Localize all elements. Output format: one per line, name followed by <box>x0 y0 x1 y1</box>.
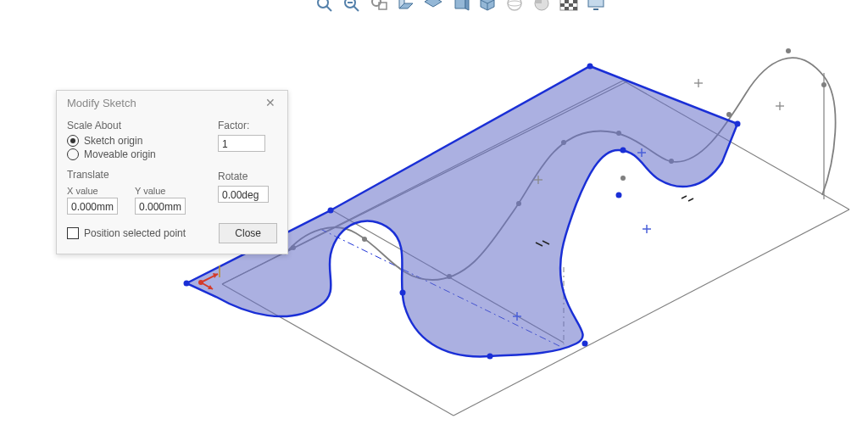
svg-rect-72 <box>573 0 577 3</box>
svg-marker-60 <box>465 0 469 10</box>
svg-point-66 <box>508 1 521 6</box>
svg-point-22 <box>620 148 626 154</box>
zoom-window-icon[interactable] <box>368 0 390 13</box>
radio-icon <box>67 135 79 147</box>
checkbox-label: Position selected point <box>84 227 186 239</box>
svg-point-16 <box>786 48 791 53</box>
svg-point-25 <box>582 341 588 347</box>
close-icon[interactable]: ✕ <box>262 96 279 109</box>
svg-point-15 <box>726 112 732 117</box>
rotate-label: Rotate <box>218 170 277 182</box>
view-side-icon[interactable] <box>449 0 471 13</box>
radio-moveable-origin[interactable]: Moveable origin <box>67 148 201 160</box>
radio-label: Moveable origin <box>84 148 156 160</box>
svg-rect-75 <box>565 7 569 10</box>
svg-rect-73 <box>560 3 565 7</box>
view-sphere-icon[interactable] <box>504 0 526 13</box>
svg-point-23 <box>616 193 622 198</box>
x-value-input[interactable]: 0.000mm <box>67 198 118 215</box>
view-checker-icon[interactable] <box>558 0 580 13</box>
svg-line-50 <box>326 6 331 11</box>
svg-point-17 <box>821 82 826 87</box>
view-iso-icon[interactable] <box>476 0 498 13</box>
dialog-title-text: Modify Sketch <box>67 97 136 109</box>
position-selected-checkbox[interactable]: Position selected point <box>67 227 186 239</box>
svg-line-29 <box>682 196 687 198</box>
svg-marker-58 <box>425 0 442 7</box>
dialog-titlebar[interactable]: Modify Sketch ✕ <box>57 91 287 114</box>
x-label: X value <box>67 186 118 196</box>
factor-label: Factor: <box>218 120 277 131</box>
modify-sketch-dialog[interactable]: Modify Sketch ✕ Scale About Sketch origi… <box>56 90 288 254</box>
svg-rect-76 <box>573 7 577 10</box>
svg-rect-74 <box>569 3 573 7</box>
zoom-in-icon[interactable] <box>314 0 336 13</box>
svg-line-30 <box>688 198 693 201</box>
radio-label: Sketch origin <box>84 135 142 147</box>
svg-line-52 <box>353 6 359 11</box>
close-button[interactable]: Close <box>219 223 277 243</box>
radio-sketch-origin[interactable]: Sketch origin <box>67 135 201 147</box>
svg-point-26 <box>400 290 406 296</box>
svg-point-14 <box>620 176 626 181</box>
svg-point-47 <box>198 280 203 285</box>
y-label: Y value <box>135 186 186 196</box>
view-toolbar <box>314 0 607 13</box>
radio-icon <box>67 148 79 160</box>
svg-point-19 <box>328 208 334 214</box>
view-shade-icon[interactable] <box>531 0 553 13</box>
svg-point-24 <box>487 354 493 360</box>
svg-point-21 <box>735 121 741 127</box>
scale-about-label: Scale About <box>67 120 201 131</box>
y-value-input[interactable]: 0.000mm <box>135 198 186 215</box>
view-monitor-icon[interactable] <box>585 0 607 13</box>
svg-point-8 <box>362 237 367 242</box>
view-top-icon[interactable] <box>422 0 444 13</box>
svg-point-20 <box>587 64 593 70</box>
view-front-icon[interactable] <box>395 0 417 13</box>
checkbox-icon <box>67 227 79 239</box>
svg-rect-77 <box>588 0 604 7</box>
zoom-out-icon[interactable] <box>341 0 363 13</box>
svg-point-18 <box>184 281 190 287</box>
factor-input[interactable]: 1 <box>218 135 265 152</box>
rotate-input[interactable]: 0.00deg <box>218 186 269 203</box>
svg-rect-71 <box>565 0 569 3</box>
svg-marker-59 <box>455 0 465 8</box>
